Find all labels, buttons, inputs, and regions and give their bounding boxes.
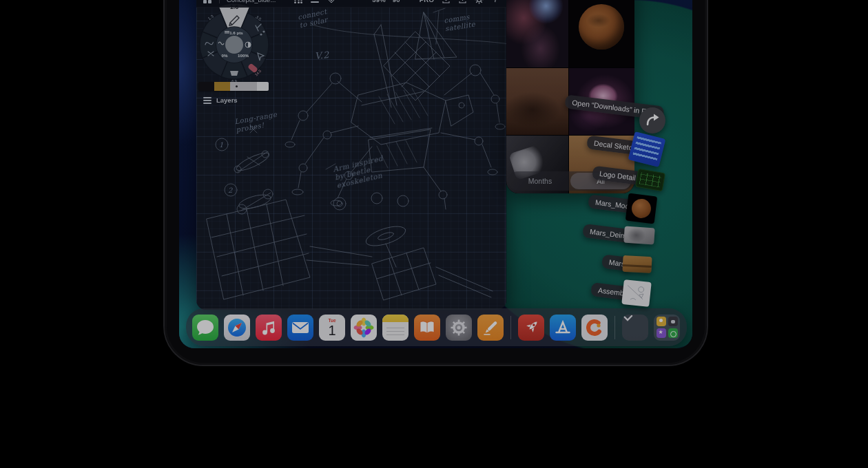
open-in-files-badge[interactable] [639,107,665,134]
thumb-assembly[interactable] [621,279,652,307]
thumb-decal-sketches[interactable] [628,131,666,167]
forward-arrow-icon [645,113,660,128]
drag-layer: Open “Downloads” in Files Decal Sketches… [179,0,692,348]
thumb-mars-deimos[interactable] [623,226,655,244]
ipad-screen: 1 2 connect to solar comms satellite V.2… [179,0,692,348]
thumb-logo-detail[interactable] [635,169,665,192]
thumb-mars-model[interactable] [626,193,658,224]
stage: 1 2 connect to solar comms satellite V.2… [0,0,868,468]
thumb-mars[interactable] [622,255,652,273]
